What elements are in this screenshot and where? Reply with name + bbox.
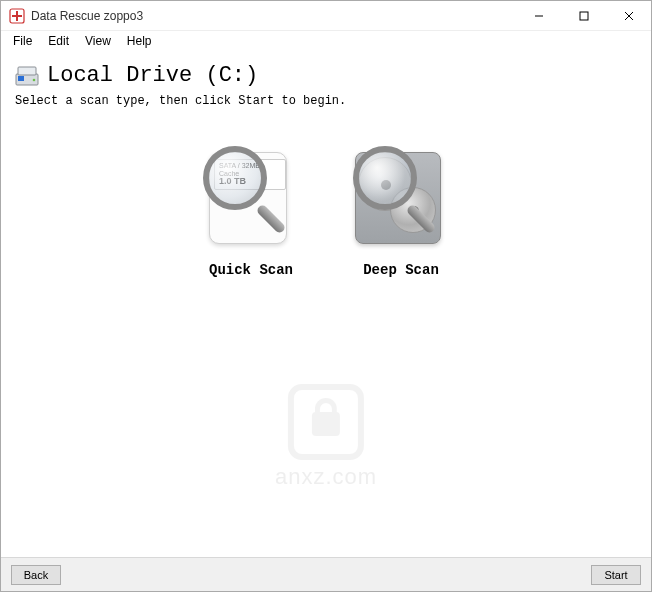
header: Local Drive (C:) Select a scan type, the… bbox=[1, 51, 651, 114]
svg-rect-4 bbox=[580, 12, 588, 20]
drive-icon bbox=[15, 65, 39, 87]
window-title: Data Rescue zoppo3 bbox=[31, 9, 516, 23]
svg-rect-9 bbox=[18, 76, 24, 81]
back-button[interactable]: Back bbox=[11, 565, 61, 585]
menu-help[interactable]: Help bbox=[119, 32, 160, 50]
quick-scan-option[interactable]: SATA / 32MB Cache 1.0 TB Quick Scan bbox=[186, 144, 316, 564]
svg-rect-2 bbox=[12, 15, 22, 17]
menu-edit[interactable]: Edit bbox=[40, 32, 77, 50]
menubar: File Edit View Help bbox=[1, 31, 651, 51]
close-button[interactable] bbox=[606, 1, 651, 30]
quick-scan-label: Quick Scan bbox=[209, 262, 293, 278]
window-controls bbox=[516, 1, 651, 30]
magnifier-icon bbox=[353, 146, 443, 236]
deep-scan-option[interactable]: Deep Scan bbox=[336, 144, 466, 564]
maximize-button[interactable] bbox=[561, 1, 606, 30]
magnifier-icon bbox=[203, 146, 293, 236]
deep-scan-label: Deep Scan bbox=[363, 262, 439, 278]
svg-rect-8 bbox=[18, 67, 36, 75]
app-icon bbox=[9, 8, 25, 24]
menu-file[interactable]: File bbox=[5, 32, 40, 50]
footer: Back Start bbox=[1, 557, 651, 591]
titlebar: Data Rescue zoppo3 bbox=[1, 1, 651, 31]
quick-scan-icon: SATA / 32MB Cache 1.0 TB bbox=[191, 144, 311, 254]
minimize-button[interactable] bbox=[516, 1, 561, 30]
drive-title: Local Drive (C:) bbox=[47, 63, 258, 88]
svg-point-10 bbox=[33, 78, 36, 81]
content-area: SATA / 32MB Cache 1.0 TB Quick Scan Deep… bbox=[1, 114, 651, 564]
start-button[interactable]: Start bbox=[591, 565, 641, 585]
menu-view[interactable]: View bbox=[77, 32, 119, 50]
instruction-text: Select a scan type, then click Start to … bbox=[15, 94, 637, 108]
deep-scan-icon bbox=[341, 144, 461, 254]
